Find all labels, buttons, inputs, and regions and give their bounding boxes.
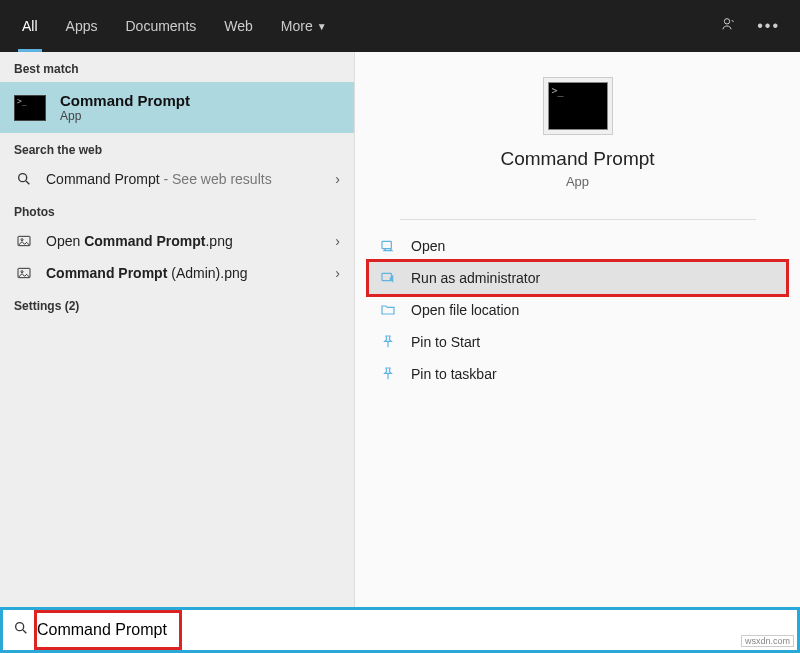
tab-apps[interactable]: Apps bbox=[52, 0, 112, 52]
web-result-item[interactable]: Command Prompt - See web results › bbox=[0, 163, 354, 195]
action-label: Open file location bbox=[411, 302, 519, 318]
tab-web[interactable]: Web bbox=[210, 0, 267, 52]
open-location-action[interactable]: Open file location bbox=[369, 294, 786, 326]
chevron-down-icon: ▼ bbox=[317, 21, 327, 32]
svg-line-12 bbox=[23, 630, 26, 633]
pin-taskbar-action[interactable]: Pin to taskbar bbox=[369, 358, 786, 390]
top-tab-bar: All Apps Documents Web More▼ ••• bbox=[0, 0, 800, 52]
svg-point-11 bbox=[16, 623, 24, 631]
search-bar[interactable] bbox=[0, 607, 800, 653]
results-panel: Best match Command Prompt App Search the… bbox=[0, 52, 355, 607]
action-label: Run as administrator bbox=[411, 270, 540, 286]
folder-icon bbox=[379, 302, 397, 318]
actions-list: Open Run as administrator Open file loca… bbox=[355, 230, 800, 390]
tab-label: All bbox=[22, 18, 38, 34]
settings-label[interactable]: Settings (2) bbox=[0, 289, 354, 319]
action-label: Open bbox=[411, 238, 445, 254]
pin-icon bbox=[379, 366, 397, 382]
search-input[interactable] bbox=[37, 621, 787, 639]
chevron-right-icon: › bbox=[335, 265, 340, 281]
best-match-label: Best match bbox=[0, 52, 354, 82]
tab-label: Apps bbox=[66, 18, 98, 34]
command-prompt-icon bbox=[548, 82, 608, 130]
pin-start-action[interactable]: Pin to Start bbox=[369, 326, 786, 358]
tab-documents[interactable]: Documents bbox=[111, 0, 210, 52]
svg-point-0 bbox=[725, 19, 730, 24]
detail-panel: Command Prompt App Open Run as administr… bbox=[355, 52, 800, 607]
main-area: Best match Command Prompt App Search the… bbox=[0, 52, 800, 607]
app-title: Command Prompt bbox=[500, 148, 654, 170]
tab-label: More bbox=[281, 18, 313, 34]
search-web-label: Search the web bbox=[0, 133, 354, 163]
tab-more[interactable]: More▼ bbox=[267, 0, 341, 52]
run-admin-action[interactable]: Run as administrator bbox=[369, 262, 786, 294]
action-label: Pin to taskbar bbox=[411, 366, 497, 382]
divider bbox=[400, 219, 756, 220]
photo-result-text: Command Prompt (Admin).png bbox=[46, 265, 323, 281]
best-match-subtitle: App bbox=[60, 109, 190, 123]
app-type: App bbox=[566, 174, 589, 189]
open-action[interactable]: Open bbox=[369, 230, 786, 262]
tab-label: Documents bbox=[125, 18, 196, 34]
photo-result-item[interactable]: Open Command Prompt.png › bbox=[0, 225, 354, 257]
svg-rect-8 bbox=[382, 273, 391, 280]
svg-point-6 bbox=[21, 271, 23, 273]
action-label: Pin to Start bbox=[411, 334, 480, 350]
photo-result-text: Open Command Prompt.png bbox=[46, 233, 323, 249]
command-prompt-icon bbox=[14, 95, 46, 121]
svg-line-2 bbox=[26, 181, 29, 184]
svg-rect-7 bbox=[382, 241, 391, 248]
photos-label: Photos bbox=[0, 195, 354, 225]
tab-all[interactable]: All bbox=[8, 0, 52, 52]
search-icon bbox=[14, 171, 34, 187]
best-match-item[interactable]: Command Prompt App bbox=[0, 82, 354, 133]
pin-icon bbox=[379, 334, 397, 350]
chevron-right-icon: › bbox=[335, 171, 340, 187]
photo-result-item[interactable]: Command Prompt (Admin).png › bbox=[0, 257, 354, 289]
best-match-title: Command Prompt bbox=[60, 92, 190, 109]
chevron-right-icon: › bbox=[335, 233, 340, 249]
watermark: wsxdn.com bbox=[741, 635, 794, 647]
image-icon bbox=[14, 233, 34, 249]
web-result-text: Command Prompt - See web results bbox=[46, 171, 323, 187]
image-icon bbox=[14, 265, 34, 281]
open-icon bbox=[379, 238, 397, 254]
search-icon bbox=[13, 620, 29, 640]
feedback-icon[interactable] bbox=[721, 16, 737, 36]
admin-icon bbox=[379, 270, 397, 286]
more-icon[interactable]: ••• bbox=[757, 17, 780, 35]
tab-label: Web bbox=[224, 18, 253, 34]
svg-point-1 bbox=[19, 174, 27, 182]
svg-point-4 bbox=[21, 239, 23, 241]
